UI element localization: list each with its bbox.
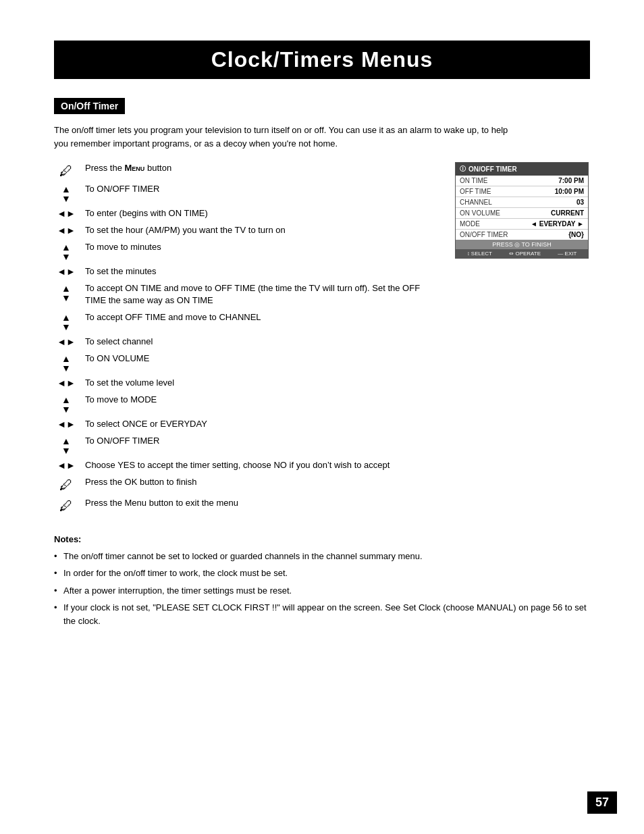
tv-menu-header-label: ON/OFF TIMER xyxy=(468,165,517,173)
arrow-lr-icon-cell-12: ◄► xyxy=(54,418,78,429)
instr-row: ▲▼ To move to MODE xyxy=(54,394,441,414)
tv-menu-label-ontime: ON TIME xyxy=(460,177,487,184)
arrow-lr-icon-3: ◄► xyxy=(57,226,76,235)
content-area: 🖊 Press the Menu button ▲▼ To ON/OFF TIM… xyxy=(54,162,590,518)
arrow-lr-icon-cell-5: ◄► xyxy=(54,265,78,276)
instr-text-12: To select ONCE or EVERYDAY xyxy=(85,418,441,431)
tv-menu-label-channel: CHANNEL xyxy=(460,199,492,206)
tv-menu-row-onvolume: ON VOLUME CURRENT xyxy=(456,208,588,219)
note-item-0: The on/off timer cannot be set to locked… xyxy=(54,550,590,563)
arrow-ud-icon-6: ▲▼ xyxy=(61,284,71,303)
tv-menu-value-offtime: 10:00 PM xyxy=(555,188,584,195)
instr-row: ◄► To set the volume level xyxy=(54,377,441,390)
arrow-lr-icon-14: ◄► xyxy=(57,461,76,470)
page-container: Clock/Timers Menus On/Off Timer The on/o… xyxy=(0,0,644,834)
remote-icon-cell: 🖊 xyxy=(54,162,78,179)
tv-menu-row-timer: ON/OFF TIMER {NO} xyxy=(456,230,588,240)
instr-row: 🖊 Press the OK button to finish xyxy=(54,476,441,493)
arrow-ud-icon-cell-6: ▲▼ xyxy=(54,282,78,303)
tv-menu-label-timer: ON/OFF TIMER xyxy=(460,231,508,238)
arrow-lr-icon-2: ◄► xyxy=(57,209,76,218)
exit-remote-icon: 🖊 xyxy=(59,498,73,514)
page-title-bar: Clock/Timers Menus xyxy=(54,41,590,79)
tv-menu-value-onvolume: CURRENT xyxy=(551,209,584,217)
instr-text-2: To enter (begins with ON TIME) xyxy=(85,207,441,220)
arrow-ud-icon-cell-11: ▲▼ xyxy=(54,394,78,414)
instr-text-14: Choose YES to accept the timer setting, … xyxy=(85,459,441,472)
ok-remote-icon: 🖊 xyxy=(59,477,73,493)
arrow-ud-icon-cell-1: ▲▼ xyxy=(54,183,78,203)
tv-menu-value-mode: ◄ EVERYDAY ► xyxy=(531,220,584,228)
instr-row: ◄► To set the minutes xyxy=(54,265,441,278)
instructions-col: 🖊 Press the Menu button ▲▼ To ON/OFF TIM… xyxy=(54,162,441,518)
tv-menu-row-ontime: ON TIME 7:00 PM xyxy=(456,176,588,186)
tv-menu-nav-operate: ⇔ OPERATE xyxy=(509,251,541,257)
arrow-ud-icon-cell-13: ▲▼ xyxy=(54,435,78,455)
tv-menu-value-channel: 03 xyxy=(576,199,584,206)
instr-text-16: Press the Menu button to exit the menu xyxy=(85,497,441,510)
arrow-ud-icon-11: ▲▼ xyxy=(61,395,71,414)
tv-menu: Ⓘ ON/OFF TIMER ON TIME 7:00 PM OFF TIME … xyxy=(455,162,589,259)
instr-text-5: To set the minutes xyxy=(85,265,441,278)
tv-menu-header: Ⓘ ON/OFF TIMER xyxy=(456,163,588,176)
instr-row: ◄► To select channel xyxy=(54,336,441,348)
instr-row: ◄► To select ONCE or EVERYDAY xyxy=(54,418,441,431)
notes-list: The on/off timer cannot be set to locked… xyxy=(54,550,590,628)
arrow-ud-icon-cell-9: ▲▼ xyxy=(54,353,78,373)
instr-text-3: To set the hour (AM/PM) you want the TV … xyxy=(85,224,441,237)
arrow-ud-icon-4: ▲▼ xyxy=(61,242,71,261)
instr-text-13: To ON/OFF TIMER xyxy=(85,435,441,448)
arrow-ud-icon-1: ▲▼ xyxy=(61,184,71,203)
arrow-lr-icon-cell-10: ◄► xyxy=(54,377,78,388)
tv-menu-nav-select: ↕ SELECT xyxy=(467,251,492,257)
page-number: 57 xyxy=(587,791,617,814)
instr-row: ▲▼ To accept OFF TIME and move to CHANNE… xyxy=(54,311,441,332)
tv-menu-row-offtime: OFF TIME 10:00 PM xyxy=(456,186,588,197)
tv-menu-label-onvolume: ON VOLUME xyxy=(460,209,500,217)
note-item-3: If your clock is not set, "PLEASE SET CL… xyxy=(54,601,590,627)
arrow-ud-icon-13: ▲▼ xyxy=(61,436,71,455)
menu-remote-icon: 🖊 xyxy=(59,163,73,179)
section-header: On/Off Timer xyxy=(54,98,125,114)
tv-menu-label-mode: MODE xyxy=(460,220,480,228)
instr-text-8: To select channel xyxy=(85,336,441,348)
tv-menu-value-ontime: 7:00 PM xyxy=(558,177,584,184)
instr-row: 🖊 Press the Menu button xyxy=(54,162,441,179)
tv-menu-nav-exit: — EXIT xyxy=(558,251,576,257)
instr-row: ◄► Choose YES to accept the timer settin… xyxy=(54,459,441,472)
arrow-lr-icon-10: ◄► xyxy=(57,378,76,388)
arrow-lr-icon-8: ◄► xyxy=(57,337,76,346)
arrow-ud-icon-cell-7: ▲▼ xyxy=(54,311,78,332)
instr-text-9: To ON VOLUME xyxy=(85,353,441,365)
tv-menu-nav: ↕ SELECT ⇔ OPERATE — EXIT xyxy=(456,249,588,258)
instr-row: ▲▼ To accept ON TIME and move to OFF TIM… xyxy=(54,282,441,308)
instr-text-6: To accept ON TIME and move to OFF TIME (… xyxy=(85,282,441,308)
intro-text: The on/off timer lets you program your t… xyxy=(54,124,513,150)
instr-row: ▲▼ To ON/OFF TIMER xyxy=(54,435,441,455)
instr-text-15: Press the OK button to finish xyxy=(85,476,441,489)
arrow-lr-icon-cell-2: ◄► xyxy=(54,207,78,218)
arrow-lr-icon-cell-8: ◄► xyxy=(54,336,78,346)
arrow-lr-icon-cell-3: ◄► xyxy=(54,224,78,235)
notes-title: Notes: xyxy=(54,534,590,544)
instr-row: ▲▼ To ON VOLUME xyxy=(54,353,441,373)
tv-menu-col: Ⓘ ON/OFF TIMER ON TIME 7:00 PM OFF TIME … xyxy=(455,162,590,259)
tv-menu-value-timer: {NO} xyxy=(568,231,584,238)
tv-menu-row-mode: MODE ◄ EVERYDAY ► xyxy=(456,219,588,230)
arrow-lr-icon-5: ◄► xyxy=(57,267,76,276)
instr-text-4: To move to minutes xyxy=(85,241,441,254)
arrow-ud-icon-7: ▲▼ xyxy=(61,313,71,332)
tv-menu-body: ON TIME 7:00 PM OFF TIME 10:00 PM CHANNE… xyxy=(456,176,588,240)
instr-row: ◄► To set the hour (AM/PM) you want the … xyxy=(54,224,441,237)
instr-text-7: To accept OFF TIME and move to CHANNEL xyxy=(85,311,441,324)
instr-text-11: To move to MODE xyxy=(85,394,441,407)
tv-menu-label-offtime: OFF TIME xyxy=(460,188,491,195)
ok-remote-icon-cell: 🖊 xyxy=(54,476,78,493)
arrow-ud-icon-cell-4: ▲▼ xyxy=(54,241,78,261)
tv-menu-row-channel: CHANNEL 03 xyxy=(456,197,588,208)
instr-row: ◄► To enter (begins with ON TIME) xyxy=(54,207,441,220)
tv-menu-footer: PRESS ◎ TO FINISH xyxy=(456,240,588,249)
note-item-2: After a power interruption, the timer se… xyxy=(54,584,590,598)
instr-row: ▲▼ To move to minutes xyxy=(54,241,441,261)
notes-section: Notes: The on/off timer cannot be set to… xyxy=(54,534,590,628)
